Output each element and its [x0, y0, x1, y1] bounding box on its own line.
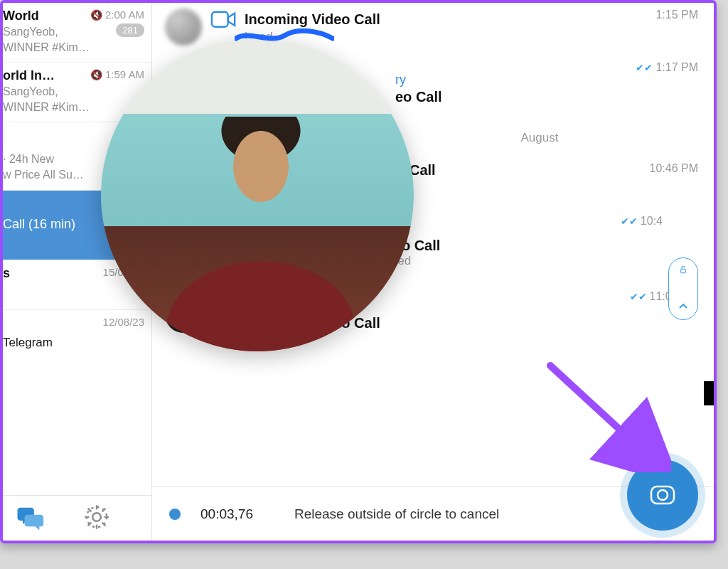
chat-time: 2:00 AM: [105, 9, 144, 21]
call-subtitle: eled: [388, 254, 701, 268]
muted-icon: 🔇: [90, 69, 102, 80]
svg-rect-5: [651, 486, 674, 504]
recording-indicator-dot: [169, 509, 181, 520]
sender-name: ry: [395, 73, 701, 87]
muted-icon: 🔇: [90, 9, 102, 21]
svg-rect-2: [212, 12, 228, 27]
chat-time: 12/08/23: [103, 316, 144, 328]
recording-timer: 00:03,76: [200, 506, 253, 522]
chat-preview-line: WINNER #Kim…: [3, 100, 144, 115]
chats-tab-icon[interactable]: [16, 503, 44, 534]
svg-point-6: [658, 490, 668, 500]
message-time: ✔✔ 1:17 PM: [636, 61, 698, 74]
lock-icon: [678, 264, 689, 277]
call-title: Incoming Video Call: [245, 11, 380, 28]
chat-preview-line: WINNER #Kim…: [3, 41, 90, 55]
camera-icon: [647, 478, 678, 512]
read-checks-icon: ✔✔: [636, 62, 653, 73]
call-title: Call: [410, 162, 436, 179]
read-checks-icon: ✔✔: [621, 216, 638, 227]
chevron-up-icon: [678, 301, 689, 314]
avatar: [165, 9, 202, 46]
scroll-to-bottom-widget[interactable]: [668, 257, 698, 320]
recording-hint: Release outside of circle to cancel: [294, 506, 499, 522]
window-edge-nub: [704, 381, 714, 405]
chat-preview-line: SangYeob,: [3, 25, 90, 39]
call-title: eo Call: [395, 89, 442, 105]
message-time: 1:15 PM: [655, 9, 698, 21]
chat-name: s: [3, 266, 10, 281]
video-message-record-button[interactable]: [627, 459, 698, 531]
chat-list-item[interactable]: World 🔇 2:00 AM SangYeob, WINNER #Kim… 2…: [3, 3, 151, 63]
chat-preview-line: SangYeob,: [3, 85, 144, 99]
message-time: 10:46 PM: [650, 162, 698, 175]
chat-list-item[interactable]: 12/08/23 Telegram: [3, 310, 151, 374]
settings-gear-icon[interactable]: [82, 503, 111, 534]
chat-selected-subtitle: Call (16 min): [3, 217, 75, 232]
video-message-preview[interactable]: [101, 38, 414, 351]
chat-name: World: [3, 9, 39, 23]
message-time: ✔✔ 10:4: [621, 215, 663, 228]
chat-name: orld In…: [3, 68, 55, 83]
svg-point-0: [92, 513, 101, 521]
sidebar-bottom-bar: [3, 495, 151, 541]
chat-name: Telegram: [3, 335, 144, 350]
call-subtitle: issed: [245, 30, 701, 44]
chat-time: 1:59 AM: [105, 68, 144, 80]
read-checks-icon: ✔✔: [630, 291, 647, 302]
unread-badge: 281: [116, 23, 144, 37]
svg-rect-4: [681, 269, 686, 272]
video-call-icon: [210, 9, 237, 30]
